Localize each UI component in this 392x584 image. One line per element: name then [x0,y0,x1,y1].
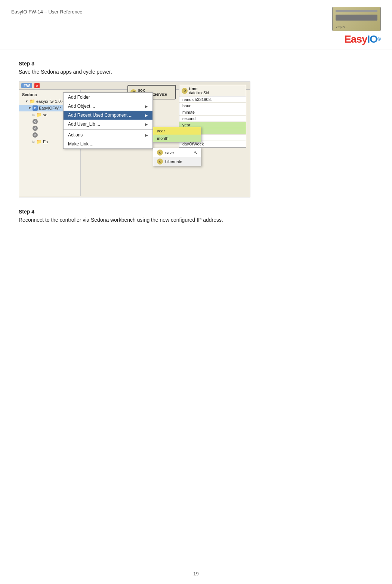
ctx-arrow-userlib: ▶ [145,122,148,126]
submenu-year[interactable]: year [153,127,201,135]
logo-easy: Easy [344,33,367,45]
actions-save-label: save [165,150,174,155]
tree-gear-icon: ⚙ [33,119,38,124]
step3-text: Save the Sedona apps and cycle power. [19,69,373,75]
time-row-minute: minute [179,109,246,116]
time-subtitle: datetimeStd [189,91,209,95]
tree-expand4-icon: ▷ [33,140,35,144]
tree-expand3-icon: ▷ [33,113,35,117]
sox-title1: sox [138,88,167,92]
device-label: easyIO ... [336,26,348,28]
actions-submenu: ⚙ save ↖ ⚙ hibernate [153,148,201,166]
recent-submenu: year month [153,127,201,142]
logo: EasyIO® [344,33,381,45]
ctx-actions[interactable]: Actions ▶ [64,130,152,139]
page-header: EasyIO FW-14 – User Reference easyIO ...… [0,0,392,49]
step3-heading: Step 3 [19,61,373,67]
device-ports [336,15,377,21]
device-stripe [336,10,377,12]
step3-section: Step 3 Save the Sedona apps and cycle po… [19,61,373,75]
page-number: 19 [193,571,198,577]
time-icon: ⚙ [182,88,188,94]
time-row-nanos: nanos 5331903: [179,96,246,103]
step4-section: Step 4 Reconnect to the controller via S… [19,209,373,223]
page-footer: 19 [193,571,198,577]
tree-gear2-icon: ⚙ [33,126,38,131]
ctx-separator [64,129,152,130]
tree-se-label: se [43,113,47,117]
time-title: time [189,86,209,91]
ctx-arrow-actions: ▶ [145,133,148,137]
context-menu: Add Folder Add Object ... ▶ Add Recent U… [63,92,153,149]
tree-node2-icon: E [33,105,38,111]
ctx-make-link[interactable]: Make Link ... [64,139,152,148]
ctx-arrow-object: ▶ [145,104,148,108]
time-panel-header: ⚙ time datetimeStd [179,85,246,96]
ctx-add-folder[interactable]: Add Folder [64,93,152,102]
time-row-second: second [179,116,246,122]
folder-icon-2: 📁 [36,112,42,117]
tree-expand2-icon: ▼ [28,106,31,110]
cursor-icon: ↖ [194,150,197,155]
ctx-add-userlib[interactable]: Add User_Lib ... ▶ [64,120,152,129]
ctx-actions-label: Actions [68,132,83,138]
logo-io: IO [367,33,378,45]
actions-save[interactable]: ⚙ save ↖ [153,148,201,157]
screenshot-container: FW ✕ Sedona ▼ 📁 easyio-fw-1.0.45.0 ▼ E E… [19,82,250,197]
ctx-arrow-recent: ▶ [145,113,148,117]
time-row-hour: hour [179,103,246,109]
ctx-add-object-label: Add Object ... [68,104,95,109]
fw-badge: FW [21,83,32,88]
tree-gear3-icon: ⚙ [33,132,38,138]
header-title: EasyIO FW-14 – User Reference [11,9,83,15]
tree-expand-icon: ▼ [25,99,28,103]
actions-hibernate-label: hibernate [165,159,182,164]
ctx-make-link-label: Make Link ... [68,141,93,147]
submenu-month[interactable]: month [153,135,201,142]
actions-save-icon: ⚙ [157,150,163,156]
tree-ea-label: Ea [43,139,48,144]
step4-text: Reconnect to the controller via Sedona w… [19,217,373,223]
folder-icon-3: 📁 [36,139,42,144]
tree-node2-label: EasyIOFW.* [39,106,61,110]
actions-hibernate-icon: ⚙ [157,159,163,165]
fw-close-button[interactable]: ✕ [34,83,40,88]
ctx-add-recent-label: Add Recent Used Component ... [68,113,133,118]
screenshot-inner: Sedona ▼ 📁 easyio-fw-1.0.45.0 ▼ E EasyIO… [19,90,250,196]
time-title-col: time datetimeStd [189,86,209,95]
folder-icon: 📁 [30,99,35,104]
device-thumbnail: easyIO ... [332,7,381,31]
logo-reg: ® [377,37,381,42]
step4-heading: Step 4 [19,209,373,215]
ctx-add-userlib-label: Add User_Lib ... [68,122,100,127]
header-right: easyIO ... EasyIO® [332,7,381,45]
actions-hibernate[interactable]: ⚙ hibernate [153,157,201,166]
ctx-add-recent[interactable]: Add Recent Used Component ... ▶ [64,111,152,120]
ctx-add-folder-label: Add Folder [68,95,90,100]
ctx-add-object[interactable]: Add Object ... ▶ [64,102,152,111]
page-content: Step 3 Save the Sedona apps and cycle po… [0,49,392,241]
